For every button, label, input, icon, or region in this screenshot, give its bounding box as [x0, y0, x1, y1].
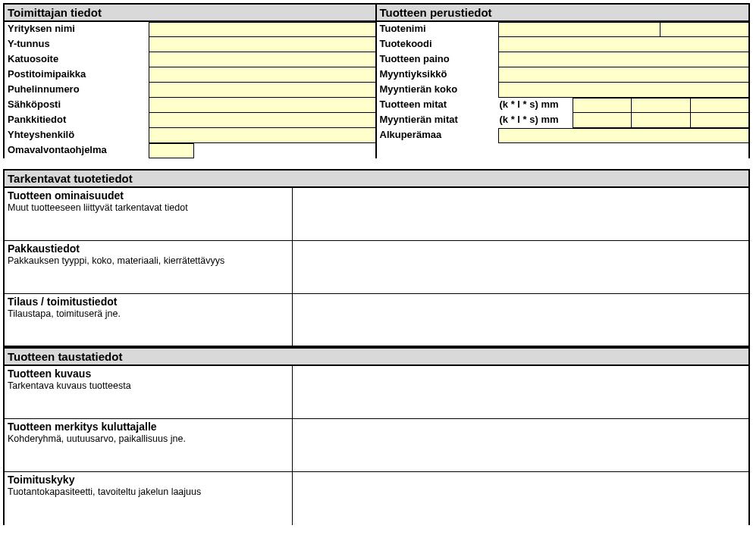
details-sub-1: Pakkauksen tyyppi, koko, materiaali, kie…: [8, 255, 289, 266]
label-street: Katuosoite: [5, 52, 149, 67]
background-left-1: Tuotteen merkitys kuluttajalle Kohderyhm…: [5, 419, 293, 471]
details-sub-0: Muut tuotteeseen liittyvät tarkentavat t…: [8, 202, 289, 213]
details-title-0: Tuotteen ominaisuudet: [8, 189, 289, 202]
label-email: Sähköposti: [5, 98, 149, 113]
input-prodname-1[interactable]: [498, 22, 661, 37]
details-input-0[interactable]: [293, 188, 748, 240]
input-contact[interactable]: [149, 128, 376, 143]
input-prodcode[interactable]: [498, 37, 750, 52]
background-input-0[interactable]: [293, 366, 748, 418]
label-batchdims: Myyntierän mitat: [377, 113, 498, 128]
input-origin[interactable]: [498, 128, 750, 143]
input-unit[interactable]: [498, 67, 750, 83]
input-email[interactable]: [149, 98, 376, 113]
background-sub-1: Kohderyhmä, uutuusarvo, paikallisuus jne…: [8, 433, 289, 444]
details-title-2: Tilaus / toimitustiedot: [8, 296, 289, 308]
label-batch: Myyntierän koko: [377, 83, 498, 98]
label-weight: Tuotteen paino: [377, 52, 498, 67]
label-selfmonitor: Omavalvontaohjelma: [5, 143, 149, 158]
input-prodname-2[interactable]: [660, 22, 749, 37]
label-company: Yrityksen nimi: [5, 22, 149, 37]
label-city: Postitoimipaikka: [5, 67, 149, 83]
background-header: Tuotteen taustatiedot: [5, 347, 748, 366]
input-batchdim-s[interactable]: [690, 113, 750, 128]
background-title-0: Tuotteen kuvaus: [8, 368, 289, 380]
background-input-2[interactable]: [293, 472, 748, 525]
details-sub-2: Tilaustapa, toimituserä jne.: [8, 308, 289, 319]
supplier-header: Toimittajan tiedot: [5, 5, 375, 22]
input-dim-l[interactable]: [631, 98, 691, 113]
background-row-0: Tuotteen kuvaus Tarkentava kuvaus tuotte…: [5, 366, 748, 419]
label-dims: Tuotteen mitat: [377, 98, 498, 113]
background-title-1: Tuotteen merkitys kuluttajalle: [8, 421, 289, 433]
background-section: Tuotteen taustatiedot Tuotteen kuvaus Ta…: [3, 347, 750, 525]
supplier-panel: Toimittajan tiedot Yrityksen nimi Y-tunn…: [3, 5, 377, 158]
input-city[interactable]: [149, 67, 376, 83]
details-title-1: Pakkaustiedot: [8, 242, 289, 255]
hint-dims: (k * l * s) mm: [498, 98, 573, 113]
label-unit: Myyntiyksikkö: [377, 67, 498, 83]
background-row-2: Toimituskyky Tuotantokapasiteetti, tavoi…: [5, 472, 748, 525]
input-street[interactable]: [149, 52, 376, 67]
details-left-0: Tuotteen ominaisuudet Muut tuotteeseen l…: [5, 188, 293, 240]
details-left-2: Tilaus / toimitustiedot Tilaustapa, toim…: [5, 294, 293, 346]
input-batchdim-l[interactable]: [631, 113, 691, 128]
input-batchdim-k[interactable]: [573, 113, 632, 128]
input-dim-k[interactable]: [573, 98, 632, 113]
details-input-1[interactable]: [293, 241, 748, 293]
input-dim-s[interactable]: [690, 98, 750, 113]
label-origin: Alkuperämaa: [377, 128, 498, 143]
input-bank[interactable]: [149, 113, 376, 128]
details-row-0: Tuotteen ominaisuudet Muut tuotteeseen l…: [5, 188, 748, 241]
background-title-2: Toimituskyky: [8, 474, 289, 486]
background-left-0: Tuotteen kuvaus Tarkentava kuvaus tuotte…: [5, 366, 293, 418]
label-contact: Yhteyshenkilö: [5, 128, 149, 143]
form-container: Toimittajan tiedot Yrityksen nimi Y-tunn…: [3, 3, 750, 525]
details-header: Tarkentavat tuotetiedot: [5, 169, 748, 188]
input-businessid[interactable]: [149, 37, 376, 52]
background-input-1[interactable]: [293, 419, 748, 471]
input-company[interactable]: [149, 22, 376, 37]
hint-batchdims: (k * l * s) mm: [498, 113, 573, 128]
details-row-2: Tilaus / toimitustiedot Tilaustapa, toim…: [5, 294, 748, 347]
input-selfmonitor[interactable]: [149, 143, 194, 158]
label-phone: Puhelinnumero: [5, 83, 149, 98]
background-sub-0: Tarkentava kuvaus tuotteesta: [8, 380, 289, 391]
product-header: Tuotteen perustiedot: [377, 5, 749, 22]
details-section: Tarkentavat tuotetiedot Tuotteen ominais…: [3, 169, 750, 347]
top-panels: Toimittajan tiedot Yrityksen nimi Y-tunn…: [3, 5, 750, 158]
label-prodcode: Tuotekoodi: [377, 37, 498, 52]
label-prodname: Tuotenimi: [377, 22, 498, 37]
input-weight[interactable]: [498, 52, 750, 67]
details-row-1: Pakkaustiedot Pakkauksen tyyppi, koko, m…: [5, 241, 748, 294]
details-left-1: Pakkaustiedot Pakkauksen tyyppi, koko, m…: [5, 241, 293, 293]
input-phone[interactable]: [149, 83, 376, 98]
background-sub-2: Tuotantokapasiteetti, tavoiteltu jakelun…: [8, 486, 289, 497]
product-panel: Tuotteen perustiedot Tuotenimi Tuotekood…: [377, 5, 751, 158]
label-bank: Pankkitiedot: [5, 113, 149, 128]
background-row-1: Tuotteen merkitys kuluttajalle Kohderyhm…: [5, 419, 748, 472]
label-businessid: Y-tunnus: [5, 37, 149, 52]
background-left-2: Toimituskyky Tuotantokapasiteetti, tavoi…: [5, 472, 293, 525]
input-batch[interactable]: [498, 83, 750, 98]
details-input-2[interactable]: [293, 294, 748, 346]
